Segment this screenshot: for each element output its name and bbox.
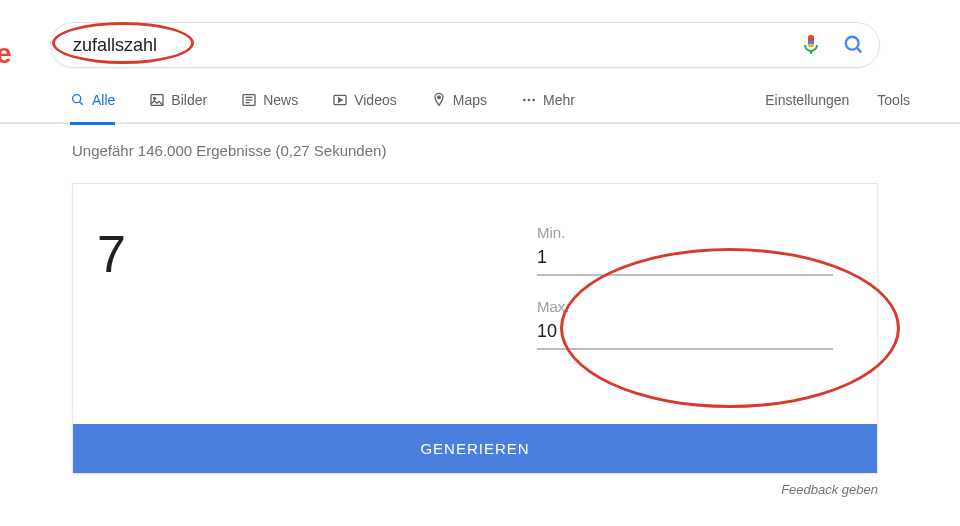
search-icon[interactable]: [843, 34, 865, 56]
search-input[interactable]: [73, 35, 799, 56]
tab-all[interactable]: Alle: [70, 92, 115, 125]
tab-images[interactable]: Bilder: [149, 92, 207, 125]
max-input[interactable]: [537, 319, 833, 350]
search-small-icon: [70, 92, 86, 108]
svg-point-13: [528, 99, 531, 102]
svg-line-1: [857, 48, 862, 53]
svg-line-3: [80, 102, 83, 105]
feedback-link[interactable]: Feedback geben: [0, 482, 878, 497]
rng-result: 7: [97, 224, 497, 284]
maps-icon: [431, 92, 447, 108]
tab-videos[interactable]: Videos: [332, 92, 397, 125]
svg-point-2: [73, 95, 81, 103]
tab-more-label: Mehr: [543, 92, 575, 108]
max-label: Max.: [537, 298, 833, 315]
mic-icon[interactable]: [799, 33, 823, 57]
random-number-card: 7 Min. Max. GENERIEREN: [72, 183, 878, 474]
tab-all-label: Alle: [92, 92, 115, 108]
news-icon: [241, 92, 257, 108]
logo-fragment: e: [0, 38, 12, 70]
svg-point-12: [523, 99, 526, 102]
svg-point-11: [437, 96, 440, 99]
tab-images-label: Bilder: [171, 92, 207, 108]
tab-more[interactable]: Mehr: [521, 92, 575, 125]
generate-button[interactable]: GENERIEREN: [73, 424, 877, 473]
min-label: Min.: [537, 224, 833, 241]
svg-point-14: [532, 99, 535, 102]
more-icon: [521, 92, 537, 108]
min-input[interactable]: [537, 245, 833, 276]
result-stats: Ungefähr 146.000 Ergebnisse (0,27 Sekund…: [72, 142, 960, 159]
tools-link[interactable]: Tools: [877, 92, 910, 125]
tab-maps[interactable]: Maps: [431, 92, 487, 125]
settings-link[interactable]: Einstellungen: [765, 92, 849, 125]
tab-news-label: News: [263, 92, 298, 108]
tab-maps-label: Maps: [453, 92, 487, 108]
svg-point-5: [154, 97, 156, 99]
tab-news[interactable]: News: [241, 92, 298, 125]
svg-point-0: [846, 37, 859, 50]
image-icon: [149, 92, 165, 108]
video-icon: [332, 92, 348, 108]
search-bar[interactable]: [50, 22, 880, 68]
tab-videos-label: Videos: [354, 92, 397, 108]
